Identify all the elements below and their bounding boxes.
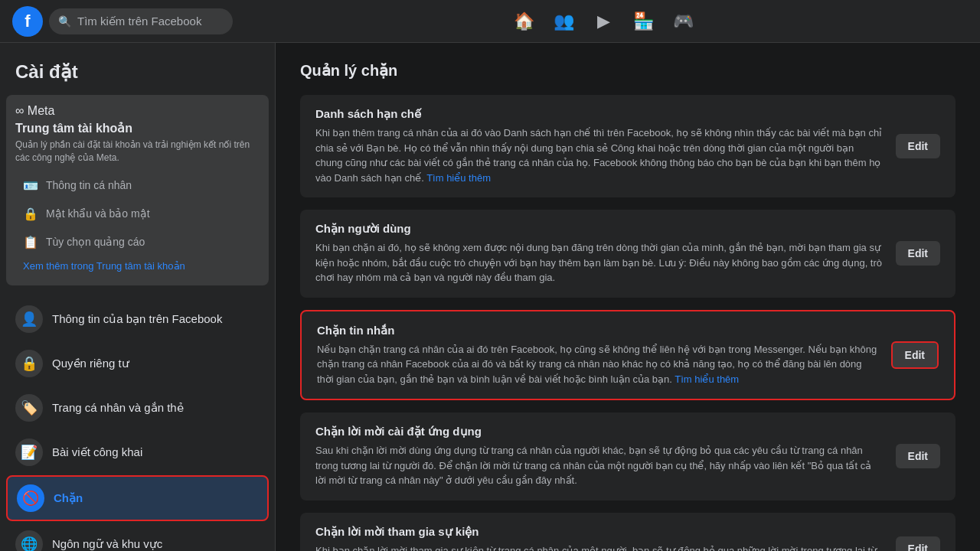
- sidebar-item-facebook-info[interactable]: 👤 Thông tin của bạn trên Facebook: [6, 298, 269, 341]
- search-bar[interactable]: 🔍 Tìm kiếm trên Facebook: [49, 8, 233, 34]
- meta-sub-item-profile[interactable]: 🪪 Thông tin cá nhân: [15, 172, 260, 199]
- block-item-title: Chặn lời mời tham gia sự kiện: [315, 525, 884, 539]
- nav-video[interactable]: ▶: [585, 3, 622, 40]
- facebook-logo: f: [12, 6, 43, 37]
- block-item-restricted-list: Danh sách hạn chế Khi bạn thêm trang cá …: [300, 95, 956, 197]
- learn-more-link[interactable]: Tìm hiểu thêm: [675, 373, 739, 385]
- block-item-title: Danh sách hạn chế: [315, 107, 884, 121]
- meta-sub-item-label: Tùy chọn quảng cáo: [46, 236, 145, 248]
- block-item-desc: Nếu bạn chặn trang cá nhân của ai đó trê…: [317, 342, 879, 387]
- search-placeholder: Tìm kiếm trên Facebook: [77, 15, 201, 28]
- meta-logo-row: ∞ Meta: [15, 104, 260, 118]
- block-item-text: Danh sách hạn chế Khi bạn thêm trang cá …: [315, 107, 884, 185]
- meta-sub-items: 🪪 Thông tin cá nhân 🔒 Mật khẩu và bảo mậ…: [15, 172, 260, 256]
- meta-sub-item-ads[interactable]: 📋 Tùy chọn quảng cáo: [15, 229, 260, 256]
- edit-button-restricted[interactable]: Edit: [896, 134, 940, 158]
- profile-icon: 🪪: [23, 178, 38, 193]
- edit-button-event-invites[interactable]: Edit: [896, 536, 940, 551]
- language-icon: 🌐: [15, 530, 43, 551]
- meta-account-section: ∞ Meta Trung tâm tài khoản Quản lý phần …: [6, 95, 269, 285]
- sidebar-item-privacy[interactable]: 🔒 Quyền riêng tư: [6, 342, 269, 385]
- edit-button-app-invites[interactable]: Edit: [896, 444, 940, 468]
- sidebar-item-label: Ngôn ngữ và khu vực: [52, 537, 162, 551]
- profile-tag-icon: 🏷️: [15, 394, 43, 422]
- sidebar-title: Cài đặt: [6, 55, 269, 95]
- ads-icon: 📋: [23, 235, 38, 249]
- sidebar-item-label: Quyền riêng tư: [52, 357, 129, 370]
- block-item-desc: Khi bạn chặn ai đó, họ sẽ không xem được…: [315, 240, 884, 285]
- nav-gaming[interactable]: 🎮: [665, 3, 701, 40]
- sidebar-item-label: Bài viết công khai: [52, 445, 142, 459]
- meta-sub-item-label: Mật khẩu và bảo mật: [46, 207, 150, 220]
- nav-icons: 🏠 👥 ▶ 🏪 🎮: [239, 3, 968, 40]
- search-icon: 🔍: [58, 15, 71, 28]
- sidebar-item-block[interactable]: 🚫 Chặn: [6, 475, 269, 521]
- content-section-title: Quản lý chặn: [300, 61, 956, 80]
- content-area: Quản lý chặn Danh sách hạn chế Khi bạn t…: [276, 43, 980, 551]
- block-item-messages: Chặn tin nhắn Nếu bạn chặn trang cá nhân…: [300, 310, 956, 401]
- sidebar-item-label: Thông tin của bạn trên Facebook: [52, 312, 222, 326]
- sidebar: Cài đặt ∞ Meta Trung tâm tài khoản Quản …: [0, 43, 276, 551]
- topbar: f 🔍 Tìm kiếm trên Facebook 🏠 👥 ▶ 🏪 🎮: [0, 0, 980, 43]
- block-item-text: Chặn tin nhắn Nếu bạn chặn trang cá nhân…: [317, 324, 879, 387]
- block-item-title: Chặn người dùng: [315, 222, 884, 236]
- block-item-text: Chặn người dùng Khi bạn chặn ai đó, họ s…: [315, 222, 884, 285]
- see-more-link[interactable]: Xem thêm trong Trung tâm tài khoản: [15, 256, 260, 276]
- meta-account-desc: Quản lý phần cài đặt tài khoản và trải n…: [15, 139, 260, 165]
- meta-logo: ∞ Meta: [15, 104, 54, 118]
- meta-account-title: Trung tâm tài khoản: [15, 121, 260, 135]
- privacy-icon: 🔒: [15, 350, 43, 377]
- block-item-title: Chặn tin nhắn: [317, 324, 879, 337]
- block-item-desc: Sau khi chặn lời mời dùng ứng dụng từ tr…: [315, 443, 884, 488]
- sidebar-item-language[interactable]: 🌐 Ngôn ngữ và khu vực: [6, 523, 269, 551]
- block-item-users: Chặn người dùng Khi bạn chặn ai đó, họ s…: [300, 210, 956, 298]
- sidebar-item-public-posts[interactable]: 📝 Bài viết công khai: [6, 431, 269, 474]
- edit-button-users[interactable]: Edit: [896, 241, 940, 266]
- sidebar-item-label: Chặn: [54, 491, 83, 505]
- nav-friends[interactable]: 👥: [545, 3, 582, 40]
- meta-sub-item-password[interactable]: 🔒 Mật khẩu và bảo mật: [15, 201, 260, 227]
- learn-more-link[interactable]: Tìm hiểu thêm: [426, 172, 491, 184]
- facebook-info-icon: 👤: [15, 305, 43, 333]
- block-item-desc: Khi bạn thêm trang cá nhân của ai đó vào…: [315, 126, 884, 185]
- sidebar-nav: 👤 Thông tin của bạn trên Facebook 🔒 Quyề…: [6, 298, 269, 551]
- main-area: Cài đặt ∞ Meta Trung tâm tài khoản Quản …: [0, 43, 980, 551]
- block-item-title: Chặn lời mời cài đặt ứng dụng: [315, 425, 884, 439]
- sidebar-item-profile-tagging[interactable]: 🏷️ Trang cá nhân và gắn thẻ: [6, 386, 269, 429]
- nav-home[interactable]: 🏠: [505, 3, 542, 40]
- meta-sub-item-label: Thông tin cá nhân: [46, 179, 132, 191]
- nav-marketplace[interactable]: 🏪: [625, 3, 662, 40]
- password-icon: 🔒: [23, 207, 38, 221]
- block-item-text: Chặn lời mời tham gia sự kiện Khi bạn ch…: [315, 525, 884, 552]
- sidebar-item-label: Trang cá nhân và gắn thẻ: [52, 401, 184, 415]
- block-icon: 🚫: [17, 484, 44, 512]
- block-item-text: Chặn lời mời cài đặt ứng dụng Sau khi ch…: [315, 425, 884, 488]
- block-item-desc: Khi bạn chặn lời mời tham gia sự kiện từ…: [315, 543, 884, 552]
- edit-button-messages[interactable]: Edit: [891, 341, 939, 369]
- public-posts-icon: 📝: [15, 439, 43, 466]
- block-item-event-invites: Chặn lời mời tham gia sự kiện Khi bạn ch…: [300, 513, 956, 552]
- block-item-app-invites: Chặn lời mời cài đặt ứng dụng Sau khi ch…: [300, 412, 956, 500]
